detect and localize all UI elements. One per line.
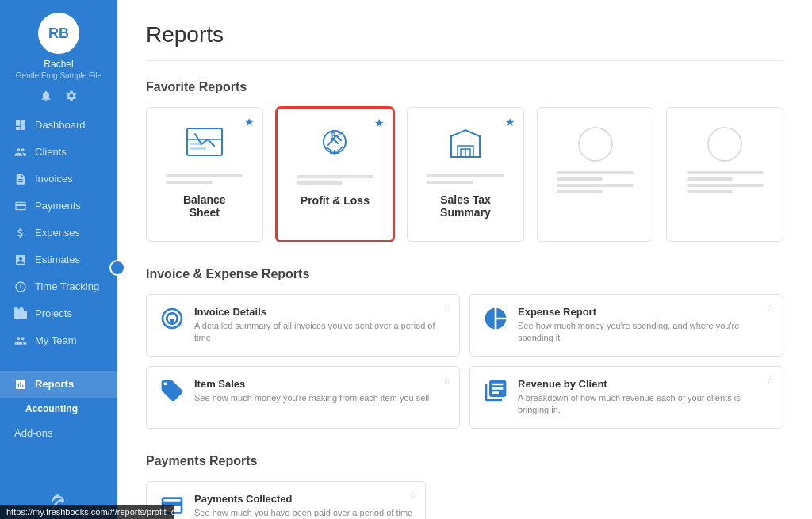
item-sales-desc: See how much money you're making from ea… [194, 392, 446, 404]
payments-collected-item[interactable]: Payments Collected See how much you have… [146, 481, 426, 519]
bell-icon[interactable] [40, 90, 52, 102]
sidebar-item-dashboard[interactable]: Dashboard [0, 112, 117, 139]
star-icon-balance-sheet[interactable]: ★ [244, 116, 255, 128]
payments-collected-desc: See how much you have been paid over a p… [194, 507, 412, 519]
page-divider [146, 60, 783, 61]
fav-card-empty-2[interactable] [666, 107, 783, 242]
avatar: RB [38, 13, 79, 54]
gear-icon[interactable] [65, 90, 78, 102]
report-item-revenue-by-client[interactable]: Revenue by Client A breakdown of how muc… [469, 366, 783, 429]
card-line [166, 174, 243, 177]
report-item-item-sales[interactable]: Item Sales See how much money you're mak… [146, 366, 460, 429]
user-name: Rachel [44, 59, 73, 71]
card-line [687, 184, 764, 187]
balance-sheet-lines [166, 174, 243, 184]
balance-sheet-icon [184, 127, 225, 165]
revenue-by-client-desc: A breakdown of how much revenue each of … [518, 392, 770, 417]
user-company: Gentle Frog Sample File [16, 71, 102, 80]
expense-report-icon [483, 306, 508, 331]
card-line [687, 171, 764, 174]
expense-report-title: Expense Report [518, 306, 770, 318]
card-line [557, 184, 634, 187]
card-line [687, 177, 733, 181]
svg-text:$: $ [338, 130, 342, 137]
invoice-details-icon [159, 306, 185, 331]
revenue-by-client-content: Revenue by Client A breakdown of how muc… [518, 378, 770, 417]
main-content: Reports Favorite Reports ★ [117, 0, 812, 519]
expense-report-content: Expense Report See how much money you're… [518, 306, 770, 345]
empty-lines-1 [557, 171, 634, 193]
favorite-reports-section: Favorite Reports ★ [146, 80, 783, 242]
fav-card-profit-loss[interactable]: ★ $ $ Prof [276, 107, 395, 242]
card-line [427, 174, 504, 177]
svg-rect-2 [190, 143, 201, 145]
invoice-expense-title: Invoice & Expense Reports [146, 267, 783, 281]
favorite-reports-title: Favorite Reports [146, 80, 783, 94]
item-sales-icon [159, 378, 185, 403]
sidebar-item-estimates[interactable]: Estimates [0, 246, 117, 273]
payments-cards-row: Payments Collected See how much you have… [146, 481, 783, 519]
fav-card-empty-1[interactable] [537, 107, 654, 242]
invoice-details-content: Invoice Details A detailed summary of al… [194, 306, 446, 345]
favorite-cards-row: ★ BalanceSheet ★ [146, 107, 783, 242]
url-bar: https://my.freshbooks.com/#/reports/prof… [0, 505, 174, 519]
card-line [166, 181, 212, 184]
invoice-expense-grid: Invoice Details A detailed summary of al… [146, 294, 783, 429]
card-line [297, 181, 343, 185]
star-payments-collected[interactable]: ☆ [408, 490, 417, 501]
sidebar-item-time-tracking[interactable]: Time Tracking [0, 273, 117, 300]
profit-loss-lines [297, 175, 373, 185]
sales-tax-lines [427, 174, 504, 184]
fav-card-sales-tax[interactable]: ★ Sales TaxSummary [407, 107, 524, 242]
sidebar-item-addons[interactable]: Add-ons [0, 420, 117, 446]
sidebar-reports-label: Reports [35, 378, 74, 390]
sales-tax-label: Sales TaxSummary [440, 193, 491, 219]
star-icon-sales-tax[interactable]: ★ [505, 116, 515, 128]
empty-placeholder-2 [707, 127, 742, 162]
star-revenue-by-client[interactable]: ☆ [766, 375, 775, 386]
item-sales-content: Item Sales See how much money you're mak… [194, 378, 446, 404]
sidebar: RB Rachel Gentle Frog Sample File Dashbo… [0, 0, 117, 519]
payments-collected-title: Payments Collected [194, 493, 412, 505]
payments-reports-section: Payments Reports Payments Collected See … [146, 454, 783, 519]
card-line [557, 171, 634, 174]
sidebar-item-my-team[interactable]: My Team [0, 327, 117, 354]
star-item-sales[interactable]: ☆ [442, 375, 451, 386]
invoice-details-desc: A detailed summary of all invoices you'v… [194, 320, 446, 345]
invoice-details-title: Invoice Details [194, 306, 446, 318]
star-invoice-details[interactable]: ☆ [442, 303, 451, 314]
profit-loss-icon: $ $ [314, 128, 355, 166]
card-line [557, 177, 603, 181]
sidebar-item-invoices[interactable]: Invoices [0, 166, 117, 193]
sidebar-nav: Dashboard Clients Invoices Payments Expe… [0, 112, 117, 354]
empty-lines-2 [687, 171, 764, 193]
sidebar-item-expenses[interactable]: Expenses [0, 219, 117, 246]
report-item-expense-report[interactable]: Expense Report See how much money you're… [469, 294, 783, 357]
svg-rect-3 [190, 147, 206, 150]
invoice-expense-section: Invoice & Expense Reports Invoice Detail… [146, 267, 783, 429]
star-expense-report[interactable]: ☆ [766, 303, 775, 314]
revenue-by-client-title: Revenue by Client [518, 378, 770, 390]
card-line [687, 190, 733, 193]
card-line [297, 175, 373, 178]
balance-sheet-label: BalanceSheet [183, 193, 226, 219]
page-title: Reports [146, 22, 783, 48]
sidebar-item-payments[interactable]: Payments [0, 193, 117, 219]
payments-reports-title: Payments Reports [146, 454, 783, 468]
sidebar-sub-item-accounting[interactable]: Accounting [0, 398, 117, 420]
fav-card-balance-sheet[interactable]: ★ BalanceSheet [146, 107, 263, 242]
sales-tax-icon [445, 127, 486, 165]
star-icon-profit-loss[interactable]: ★ [374, 116, 385, 129]
item-sales-title: Item Sales [194, 378, 446, 390]
card-line [427, 181, 473, 184]
expense-report-desc: See how much money you're spending, and … [518, 320, 770, 345]
sidebar-item-reports[interactable]: Reports [0, 371, 117, 398]
sidebar-item-clients[interactable]: Clients [0, 139, 117, 166]
report-item-invoice-details[interactable]: Invoice Details A detailed summary of al… [146, 294, 460, 357]
sidebar-collapse-arrow[interactable] [109, 260, 125, 276]
card-line [557, 190, 603, 193]
revenue-by-client-icon [483, 378, 508, 403]
sidebar-item-projects[interactable]: Projects [0, 300, 117, 327]
sidebar-icon-row [40, 90, 78, 102]
payments-collected-content: Payments Collected See how much you have… [194, 493, 412, 519]
